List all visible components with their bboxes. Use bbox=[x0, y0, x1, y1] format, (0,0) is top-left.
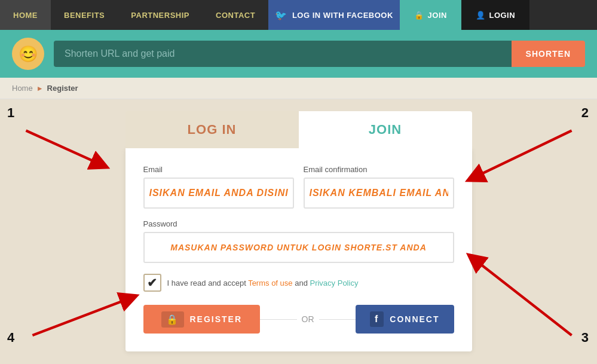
terms-of-use-link[interactable]: Terms of use bbox=[248, 279, 292, 287]
form-buttons-row: 🔒 REGISTER OR f CONNECT bbox=[143, 305, 454, 334]
email-field-group: Email bbox=[143, 165, 294, 209]
logo: 😊 bbox=[12, 38, 44, 70]
breadcrumb-current: Register bbox=[47, 84, 78, 93]
or-line-left bbox=[260, 319, 296, 320]
facebook-icon: 🐦 bbox=[275, 10, 287, 21]
nav-join[interactable]: 🔒 JOIN bbox=[400, 0, 461, 30]
email-confirm-field-group: Email confirmation bbox=[304, 165, 454, 209]
privacy-policy-link[interactable]: Privacy Policy bbox=[310, 279, 358, 287]
check-icon: ✔ bbox=[147, 276, 157, 290]
url-shorten-form: SHORTEN bbox=[54, 41, 585, 67]
email-input[interactable] bbox=[143, 178, 294, 209]
nav-login[interactable]: 👤 LOGIN bbox=[461, 0, 529, 30]
nav-partnership[interactable]: PARTNERSHIP bbox=[118, 0, 203, 30]
nav-facebook-login[interactable]: 🐦 LOG IN WITH FACEBOOK bbox=[268, 0, 400, 30]
arrow-label-1: 1 bbox=[7, 105, 14, 121]
arrow-label-2: 2 bbox=[581, 105, 589, 121]
main-content: 1 2 3 4 LOG IN JOIN bbox=[0, 99, 597, 363]
nav-home[interactable]: HOME bbox=[0, 0, 51, 30]
facebook-icon-connect: f bbox=[370, 311, 384, 327]
connect-button[interactable]: f CONNECT bbox=[356, 305, 454, 334]
or-divider: OR bbox=[260, 314, 356, 324]
terms-checkbox-row: ✔ I have read and accept Terms of use an… bbox=[143, 274, 454, 292]
arrow-label-3: 3 bbox=[581, 330, 589, 345]
password-label: Password bbox=[143, 219, 454, 228]
password-input[interactable] bbox=[143, 232, 454, 263]
tab-login[interactable]: LOG IN bbox=[125, 111, 299, 148]
or-line-right bbox=[319, 319, 356, 320]
user-plus-icon: 👤 bbox=[476, 11, 486, 20]
arrow-label-4: 4 bbox=[7, 330, 14, 345]
terms-label: I have read and accept Terms of use and … bbox=[167, 279, 359, 287]
terms-checkbox[interactable]: ✔ bbox=[143, 274, 161, 292]
email-row: Email Email confirmation bbox=[143, 165, 454, 209]
nav-contact[interactable]: CONTACT bbox=[203, 0, 268, 30]
breadcrumb-arrow: ► bbox=[36, 84, 44, 93]
url-input[interactable] bbox=[54, 41, 512, 67]
header-bar: 😊 SHORTEN bbox=[0, 30, 597, 78]
email-confirm-input[interactable] bbox=[304, 178, 454, 209]
register-button[interactable]: 🔒 REGISTER bbox=[143, 305, 261, 334]
tab-join[interactable]: JOIN bbox=[299, 111, 472, 148]
breadcrumb-home[interactable]: Home bbox=[12, 84, 33, 93]
register-form: Email Email confirmation Password ✔ I ha… bbox=[125, 148, 472, 351]
lock-icon: 🔒 bbox=[414, 11, 424, 20]
svg-line-2 bbox=[474, 131, 572, 178]
svg-line-1 bbox=[26, 131, 100, 165]
nav-benefits[interactable]: BENEFITS bbox=[51, 0, 118, 30]
svg-line-3 bbox=[474, 259, 572, 335]
email-label: Email bbox=[143, 165, 294, 174]
breadcrumb: Home ► Register bbox=[0, 78, 597, 99]
shorten-button[interactable]: SHORTEN bbox=[512, 41, 585, 67]
auth-tabs: LOG IN JOIN bbox=[125, 111, 472, 148]
lock-icon-register: 🔒 bbox=[161, 311, 184, 328]
email-confirm-label: Email confirmation bbox=[304, 165, 454, 174]
password-group: Password bbox=[143, 219, 454, 263]
navbar: HOME BENEFITS PARTNERSHIP CONTACT 🐦 LOG … bbox=[0, 0, 597, 30]
svg-line-4 bbox=[32, 298, 130, 335]
